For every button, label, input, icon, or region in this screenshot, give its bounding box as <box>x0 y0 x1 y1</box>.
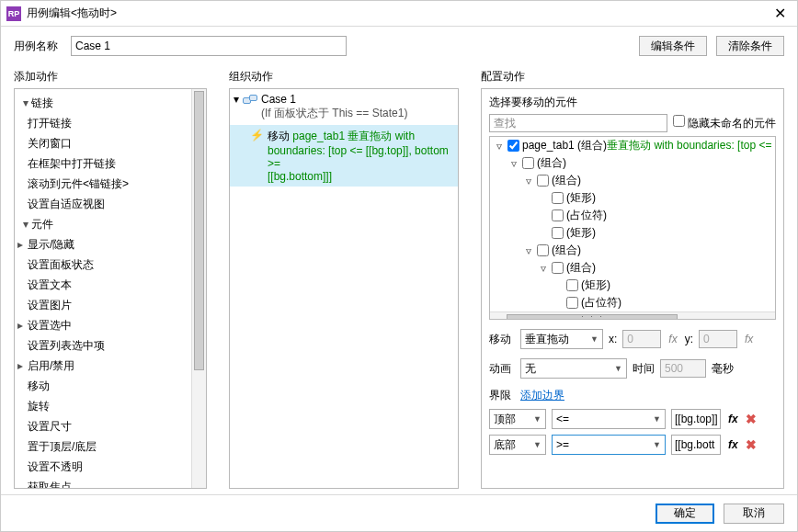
action-item[interactable]: 设置图片 <box>15 295 206 315</box>
boundary-row: 顶部▼<=▼[[bg.top]]fx✖ <box>489 409 776 429</box>
tree-category[interactable]: ▾元件 <box>15 214 206 234</box>
scrollbar[interactable] <box>191 89 206 488</box>
widget-tree[interactable]: ▿page_tab1 (组合) 垂直拖动 with boundaries: [t… <box>489 136 776 320</box>
bounds-row: 界限 添加边界 <box>489 388 776 403</box>
action-tree-panel: ▾链接打开链接关闭窗口在框架中打开链接滚动到元件<锚链接>设置自适应视图▾元件▸… <box>14 88 207 489</box>
y-label: y: <box>685 333 693 345</box>
chevron-icon[interactable]: ▿ <box>494 140 505 153</box>
chevron-icon[interactable]: ▿ <box>523 244 534 257</box>
bottom-bar: 确定 取消 <box>1 494 797 531</box>
add-boundary-link[interactable]: 添加边界 <box>520 388 564 403</box>
bound-position-select[interactable]: 底部▼ <box>489 435 546 455</box>
chevron-right-icon[interactable]: ▸ <box>15 317 26 334</box>
chevron-down-icon: ▼ <box>590 334 598 344</box>
action-item[interactable]: ▸设置选中 <box>15 315 206 335</box>
boundary-row: 底部▼>=▼[[bg.bottfx✖ <box>489 435 776 455</box>
cancel-button[interactable]: 取消 <box>724 504 784 524</box>
action-item[interactable]: 设置文本 <box>15 275 206 295</box>
delete-icon[interactable]: ✖ <box>746 412 757 426</box>
action-item[interactable]: 获取焦点 <box>15 477 206 489</box>
case-row[interactable]: ▾ Case 1 (If 面板状态于 This == State1) <box>230 89 458 125</box>
chevron-right-icon[interactable]: ▸ <box>15 357 26 374</box>
widget-row[interactable]: ▿(组合) <box>490 172 775 189</box>
add-action-header: 添加动作 <box>14 69 207 85</box>
search-input[interactable] <box>489 114 667 132</box>
action-item[interactable]: 设置面板状态 <box>15 255 206 275</box>
fx-icon[interactable]: fx <box>667 333 678 345</box>
bound-operator-select[interactable]: >=▼ <box>552 435 666 455</box>
action-item[interactable]: 关闭窗口 <box>15 133 206 153</box>
bound-position-select[interactable]: 顶部▼ <box>489 409 546 429</box>
action-item[interactable]: 设置不透明 <box>15 457 206 477</box>
widget-row[interactable]: (矩形) <box>490 277 775 294</box>
clear-condition-button[interactable]: 清除条件 <box>716 36 784 56</box>
widget-checkbox[interactable] <box>522 157 534 169</box>
widget-checkbox[interactable] <box>537 244 549 256</box>
widget-checkbox[interactable] <box>566 279 578 291</box>
chevron-icon[interactable]: ▿ <box>538 262 549 275</box>
move-type-select[interactable]: 垂直拖动▼ <box>520 329 603 349</box>
widget-checkbox[interactable] <box>552 262 564 274</box>
x-label: x: <box>609 333 617 345</box>
hide-unnamed-checkbox[interactable]: 隐藏未命名的元件 <box>673 115 776 131</box>
delete-icon[interactable]: ✖ <box>746 437 757 452</box>
bolt-icon: ⚡ <box>250 129 264 141</box>
main-columns: 添加动作 ▾链接打开链接关闭窗口在框架中打开链接滚动到元件<锚链接>设置自适应视… <box>1 69 797 494</box>
widget-checkbox[interactable] <box>507 140 519 152</box>
chevron-down-icon: ▼ <box>653 414 661 424</box>
fx-icon[interactable]: fx <box>743 333 755 345</box>
chevron-down-icon[interactable]: ▾ <box>20 216 31 232</box>
ms-label: 毫秒 <box>712 361 734 377</box>
action-item[interactable]: 置于顶层/底层 <box>15 436 206 457</box>
widget-checkbox[interactable] <box>552 227 564 239</box>
action-item[interactable]: 移动 <box>15 376 206 396</box>
action-row-selected[interactable]: ⚡ 移动 page_tab1 垂直拖动 with boundaries: [to… <box>230 125 458 187</box>
bounds-label: 界限 <box>489 388 515 403</box>
bound-value[interactable]: [[bg.top]] <box>671 409 721 429</box>
widget-row[interactable]: ▿(组合) <box>490 154 775 172</box>
chevron-icon[interactable]: ▿ <box>508 157 519 170</box>
move-row: 移动 垂直拖动▼ x: fx y: fx <box>489 329 776 349</box>
widget-checkbox[interactable] <box>566 297 578 309</box>
widget-row[interactable]: (矩形) <box>490 189 775 207</box>
case-name-input[interactable] <box>71 36 347 56</box>
action-item[interactable]: 打开链接 <box>15 113 206 133</box>
widget-row[interactable]: (占位符) <box>490 207 775 224</box>
widget-row[interactable]: ▿page_tab1 (组合) 垂直拖动 with boundaries: [t… <box>490 137 775 154</box>
action-item[interactable]: 设置列表选中项 <box>15 335 206 356</box>
chevron-down-icon: ▼ <box>533 414 542 424</box>
widget-row[interactable]: (矩形) <box>490 224 775 242</box>
fx-icon[interactable]: fx <box>726 438 740 451</box>
widget-checkbox[interactable] <box>552 209 564 221</box>
close-icon[interactable]: ✕ <box>769 5 792 22</box>
chevron-down-icon[interactable]: ▾ <box>20 95 31 111</box>
action-item[interactable]: ▸显示/隐藏 <box>15 234 206 255</box>
anim-select[interactable]: 无▼ <box>520 358 627 379</box>
edit-condition-button[interactable]: 编辑条件 <box>639 36 707 56</box>
h-scrollbar[interactable]: ⋮⋮⋮ <box>490 311 775 320</box>
action-item[interactable]: ▸启用/禁用 <box>15 356 206 376</box>
bound-value[interactable]: [[bg.bott <box>671 435 721 455</box>
action-item[interactable]: 滚动到元件<锚链接> <box>15 174 206 194</box>
action-item[interactable]: 在框架中打开链接 <box>15 153 206 174</box>
chevron-right-icon[interactable]: ▸ <box>15 236 26 253</box>
organize-action-header: 组织动作 <box>229 69 459 85</box>
widget-row[interactable]: ▿(组合) <box>490 259 775 277</box>
widget-row[interactable]: (占位符) <box>490 294 775 311</box>
action-item[interactable]: 设置自适应视图 <box>15 194 206 214</box>
bound-operator-select[interactable]: <=▼ <box>552 409 666 429</box>
widget-checkbox[interactable] <box>552 192 564 204</box>
action-item[interactable]: 设置尺寸 <box>15 416 206 436</box>
ok-button[interactable]: 确定 <box>656 504 714 524</box>
add-action-column: 添加动作 ▾链接打开链接关闭窗口在框架中打开链接滚动到元件<锚链接>设置自适应视… <box>14 69 207 489</box>
tree-category[interactable]: ▾链接 <box>15 93 206 113</box>
widget-row[interactable]: ▿(组合) <box>490 242 775 259</box>
top-row: 用例名称 编辑条件 清除条件 <box>1 27 797 69</box>
x-input <box>622 330 661 348</box>
widget-checkbox[interactable] <box>537 175 549 187</box>
action-item[interactable]: 旋转 <box>15 396 206 416</box>
move-label: 移动 <box>489 332 515 347</box>
chevron-down-icon[interactable]: ▾ <box>234 93 239 106</box>
fx-icon[interactable]: fx <box>726 413 740 425</box>
chevron-icon[interactable]: ▿ <box>523 175 534 187</box>
